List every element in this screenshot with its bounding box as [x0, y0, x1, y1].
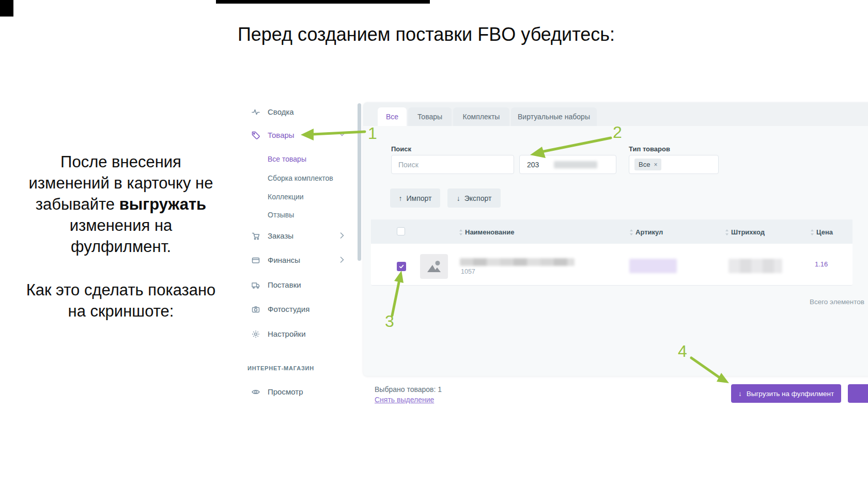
pulse-icon [252, 108, 260, 116]
sidebar-item-finance[interactable]: Финансы [252, 256, 300, 264]
card-icon [252, 256, 260, 264]
chevron-down-icon [339, 132, 345, 136]
sort-icon[interactable] [459, 229, 463, 236]
redacted-barcode [554, 161, 597, 168]
sidebar-subitem-kits[interactable]: Сборка комплектов [268, 174, 333, 182]
instruction-note: После внесения изменений в карточку не з… [3, 151, 239, 322]
sidebar-item-label: Заказы [268, 231, 293, 240]
note-line: После внесения [3, 151, 239, 172]
tag-icon [252, 131, 260, 139]
product-price: 1.16 [815, 260, 828, 268]
column-header-sku[interactable]: Артикул [636, 228, 663, 236]
gear-icon [252, 330, 260, 338]
note-line: Как это сделать показано [3, 279, 239, 301]
row-checkbox[interactable] [397, 262, 406, 271]
note-line: изменения на [3, 215, 239, 236]
note-bold-word: выгружать [119, 195, 206, 213]
redacted-barcode-cell [729, 259, 782, 273]
product-type-select[interactable]: Все × × [629, 155, 719, 174]
column-header-name[interactable]: Наименование [465, 228, 514, 236]
sidebar-item-label: Поставки [268, 280, 301, 289]
sidebar-subitem-collections[interactable]: Коллекции [268, 193, 304, 201]
column-header-price[interactable]: Цена [816, 228, 833, 236]
tab-virtual-sets[interactable]: Виртуальные наборы [511, 107, 597, 126]
sidebar-item-settings[interactable]: Настройки [252, 329, 306, 338]
note-line: на скриншоте: [3, 301, 239, 322]
step-number-2: 2 [613, 123, 622, 142]
sidebar-item-label: Фотостудия [268, 305, 309, 313]
crop-artifact-corner [0, 0, 13, 17]
select-all-checkbox[interactable] [397, 227, 405, 235]
redacted-product-name [460, 258, 575, 266]
sidebar-subitem-all-products[interactable]: Все товары [268, 155, 306, 163]
check-icon [398, 263, 405, 270]
arrow-down-icon: ↓ [738, 390, 742, 398]
tab-kits[interactable]: Комплекты [453, 107, 509, 126]
chevron-right-icon [340, 232, 344, 239]
upload-to-fulfillment-button[interactable]: ↓ Выгрузить на фулфилмент [731, 384, 841, 403]
product-thumbnail[interactable] [420, 254, 448, 279]
total-elements-label: Всего элементов [723, 298, 864, 306]
search-box [391, 155, 514, 174]
sort-icon[interactable] [725, 229, 729, 236]
barcode-search-box[interactable]: 203 [519, 155, 616, 174]
sidebar-item-label: Финансы [268, 256, 300, 264]
note-line: фулфилмент. [3, 236, 239, 257]
product-code: 1057 [461, 268, 475, 275]
step-number-4: 4 [678, 342, 687, 361]
sidebar-item-supplies[interactable]: Поставки [252, 280, 301, 289]
arrow-down-icon: ↓ [457, 194, 460, 202]
redacted-sku [629, 259, 677, 273]
tab-products[interactable]: Товары [408, 107, 452, 126]
secondary-action-button-clipped[interactable] [848, 384, 868, 403]
sidebar-item-photostudio[interactable]: Фотостудия [252, 305, 309, 313]
slide-canvas: Перед созданием поставки FBO убедитесь: … [0, 0, 868, 488]
eye-icon [252, 388, 260, 396]
sidebar-item-label: Настройки [268, 329, 306, 338]
search-label: Поиск [391, 145, 411, 153]
sidebar-item-label: Товары [268, 131, 295, 139]
step-number-3: 3 [385, 312, 394, 331]
sidebar-subitem-reviews[interactable]: Отзывы [268, 211, 294, 219]
selected-count-text: Выбрано товаров: 1 [375, 385, 442, 393]
page-title: Перед созданием поставки FBO убедитесь: [0, 24, 853, 45]
crop-artifact-topbar [216, 0, 430, 4]
sidebar-scrollbar[interactable] [358, 103, 361, 261]
arrow-up-icon: ↑ [399, 194, 402, 202]
column-header-barcode[interactable]: Штрихкод [731, 228, 765, 236]
sidebar-item-products[interactable]: Товары [252, 131, 295, 139]
product-type-label: Тип товаров [629, 145, 670, 153]
type-tag-chip: Все × [634, 159, 661, 170]
tabs: Все Товары Комплекты Виртуальные наборы [378, 107, 597, 126]
sort-icon[interactable] [629, 229, 633, 236]
note-line: забывайте выгружать [3, 194, 239, 215]
sidebar-item-preview[interactable]: Просмотр [252, 387, 303, 396]
sidebar-item-summary[interactable]: Сводка [252, 107, 294, 116]
cart-icon [252, 232, 260, 240]
export-button[interactable]: ↓ Экспорт [447, 188, 501, 208]
step-number-1: 1 [368, 124, 377, 143]
sidebar-item-orders[interactable]: Заказы [252, 231, 293, 240]
sidebar-section-header: ИНТЕРНЕТ-МАГАЗИН [247, 365, 314, 371]
chevron-right-icon [340, 257, 344, 263]
import-button[interactable]: ↑ Импорт [390, 188, 440, 208]
tab-all[interactable]: Все [378, 107, 407, 126]
clear-selection-link[interactable]: Снять выделение [375, 396, 434, 404]
note-line: изменений в карточку не [3, 172, 239, 194]
barcode-value: 203 [520, 161, 539, 169]
image-placeholder-icon [426, 260, 442, 273]
tag-close-icon[interactable]: × [654, 161, 657, 168]
table-header [371, 219, 853, 244]
truck-icon [252, 281, 260, 289]
sort-icon[interactable] [810, 229, 814, 236]
sidebar-item-label: Просмотр [268, 387, 303, 396]
sidebar-item-label: Сводка [268, 107, 294, 116]
search-input[interactable] [392, 155, 514, 174]
camera-icon [252, 305, 260, 313]
